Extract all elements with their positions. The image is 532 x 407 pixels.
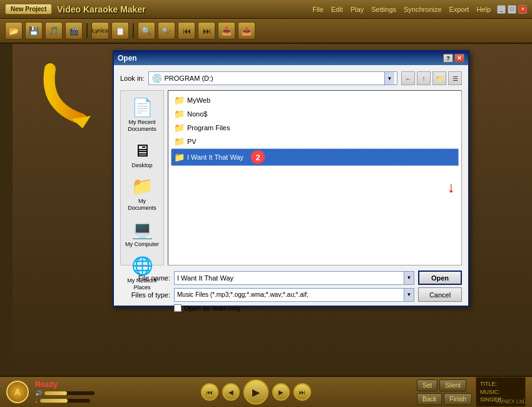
tool-next[interactable]: ⏭	[198, 22, 215, 39]
transport-play[interactable]: ▶	[243, 379, 269, 404]
dialog-help-button[interactable]: ?	[443, 54, 453, 63]
readonly-label: Open as read-only	[184, 304, 241, 312]
menu-synchronize[interactable]: Synchronize	[404, 6, 442, 13]
menu-help[interactable]: Help	[476, 6, 491, 13]
file-type-dropdown-arrow[interactable]: ▼	[404, 289, 414, 301]
sidebar-my-computer[interactable]: 💻 My Computer	[122, 217, 162, 250]
open-button[interactable]: Open	[418, 270, 462, 285]
desktop-label: Desktop	[131, 162, 152, 169]
down-arrow-indicator: ↓	[448, 178, 455, 196]
nav-view-button[interactable]: ☰	[448, 71, 462, 85]
file-name-program-files: Program Files	[187, 124, 230, 131]
recent-docs-icon: 📄	[131, 97, 153, 118]
dialog-title-text: Open	[118, 54, 442, 63]
file-item-program-files[interactable]: 📁 Program Files	[171, 121, 459, 135]
center-area: Open ? ✕ Look in: 💿 PROGRAM (D:) ▼	[13, 44, 532, 376]
file-name-input[interactable]: I Want It That Way ▼	[174, 271, 414, 285]
tool-lyrics[interactable]: Lyrics	[91, 22, 109, 39]
minimize-button[interactable]: _	[497, 5, 506, 14]
sidebar-my-documents[interactable]: 📁 My Documents	[122, 173, 162, 214]
title-bar: New Project Video Karaoke Maker File Edi…	[0, 0, 532, 19]
look-in-row: Look in: 💿 PROGRAM (D:) ▼ ← ↑ 📁	[120, 71, 462, 85]
tool-list[interactable]: 📋	[111, 22, 129, 39]
menu-play[interactable]: Play	[350, 6, 364, 13]
file-item-pv[interactable]: 📁 PV	[171, 135, 459, 148]
file-item-myweb[interactable]: 📁 MyWeb	[171, 93, 459, 107]
my-documents-label: My Documents	[123, 198, 161, 212]
transport-skip-back[interactable]: ⏮	[201, 383, 218, 401]
tool-prev[interactable]: ⏮	[178, 22, 195, 39]
pitch-slider-bar[interactable]	[40, 399, 90, 403]
status-bar: A Ready 🔊 ♩ ⏮ ◀ ▶ ▶ ⏭	[0, 376, 532, 407]
file-name-want-it: I Want It That Way	[187, 153, 243, 161]
volume-slider-bar[interactable]	[44, 391, 95, 395]
volume-icon: 🔊	[35, 390, 42, 396]
dialog-title-bar: Open ? ✕	[114, 51, 468, 65]
file-item-nono[interactable]: 📁 Nono$	[171, 107, 459, 121]
avnex-credit: AVNEX Ltd.	[496, 397, 526, 404]
look-in-dropdown-arrow[interactable]: ▼	[384, 72, 394, 85]
window-controls: _ □ ✕	[497, 5, 527, 14]
step-badge: 2	[251, 150, 265, 164]
tool-audio[interactable]: 🎵	[45, 22, 63, 39]
readonly-row: Open as read-only	[174, 304, 462, 312]
menu-settings[interactable]: Settings	[371, 6, 396, 13]
file-item-want-it-that-way[interactable]: 📁 I Want It That Way 2	[171, 148, 459, 166]
maximize-button[interactable]: □	[508, 5, 516, 14]
pitch-icon: ♩	[35, 398, 38, 404]
my-computer-icon: 💻	[131, 219, 153, 240]
menu-file[interactable]: File	[312, 6, 324, 13]
tool-zoom-in[interactable]: 🔍	[138, 22, 155, 39]
status-info: Ready 🔊 ♩	[35, 380, 95, 404]
cancel-button[interactable]: Cancel	[418, 287, 462, 302]
nav-new-folder-button[interactable]: 📁	[432, 71, 446, 85]
look-in-toolbar: ← ↑ 📁 ☰	[401, 71, 462, 85]
transport-controls: ⏮ ◀ ▶ ▶ ⏭	[101, 379, 411, 404]
look-in-select[interactable]: 💿 PROGRAM (D:) ▼	[148, 71, 397, 85]
look-in-text: PROGRAM (D:)	[165, 75, 213, 82]
nav-back-button[interactable]: ←	[401, 71, 415, 85]
folder-icon-program-files: 📁	[174, 123, 185, 133]
sidebar-recent-docs[interactable]: 📄 My Recent Documents	[122, 95, 162, 135]
tool-save[interactable]: 💾	[25, 22, 43, 39]
menu-bar: File Edit Play Settings Synchronize Expo…	[312, 6, 491, 13]
close-button[interactable]: ✕	[518, 5, 527, 14]
volume-slider-fill	[44, 391, 67, 395]
look-in-label: Look in:	[120, 75, 145, 82]
menu-export[interactable]: Export	[449, 6, 469, 13]
file-list[interactable]: 📁 MyWeb 📁 Nono$ 📁 Program Files	[168, 90, 462, 265]
dialog-content: 📄 My Recent Documents 🖥 Desktop 📁 My Doc…	[120, 90, 462, 265]
sidebar-network-places[interactable]: 🌐 My Network Places	[122, 253, 162, 294]
tool-video[interactable]: 🎬	[65, 22, 83, 39]
app-window: New Project Video Karaoke Maker File Edi…	[0, 0, 532, 407]
menu-edit[interactable]: Edit	[331, 6, 343, 13]
nav-up-button[interactable]: ↑	[417, 71, 431, 85]
network-places-icon: 🌐	[131, 255, 153, 276]
new-project-button[interactable]: New Project	[5, 4, 52, 14]
pitch-slider-fill	[40, 399, 68, 403]
tool-export[interactable]: 📤	[238, 22, 255, 39]
sidebar-desktop[interactable]: 🖥 Desktop	[122, 138, 162, 172]
readonly-checkbox[interactable]	[174, 304, 182, 312]
desktop-icon: 🖥	[133, 140, 151, 161]
tool-import[interactable]: 📥	[218, 22, 235, 39]
look-in-value: 💿 PROGRAM (D:)	[151, 73, 384, 83]
transport-prev[interactable]: ◀	[222, 383, 240, 401]
file-type-select[interactable]: Music Files (*.mp3;*.ogg;*.wma;*.wav;*.a…	[174, 288, 414, 302]
left-panel	[0, 44, 13, 376]
transport-next[interactable]: ▶	[272, 383, 290, 401]
right-info: Set Silent Back Finish TITLE: MUSIC: SIN…	[417, 377, 526, 407]
pitch-control[interactable]: ♩	[35, 398, 95, 404]
file-name-dropdown-arrow[interactable]: ▼	[404, 272, 414, 284]
silent-button[interactable]: Silent	[439, 379, 466, 391]
dialog-close-button[interactable]: ✕	[454, 54, 464, 63]
back-button[interactable]: Back	[417, 393, 442, 405]
volume-control[interactable]: 🔊	[35, 390, 95, 396]
set-button[interactable]: Set	[417, 379, 437, 391]
finish-button[interactable]: Finish	[444, 393, 472, 405]
tool-open[interactable]: 📂	[5, 22, 23, 39]
transport-skip-forward[interactable]: ⏭	[294, 383, 311, 401]
folder-icon-nono: 📁	[174, 109, 185, 119]
tool-zoom-out[interactable]: 🔍-	[158, 22, 175, 39]
ready-status: Ready	[35, 380, 95, 389]
